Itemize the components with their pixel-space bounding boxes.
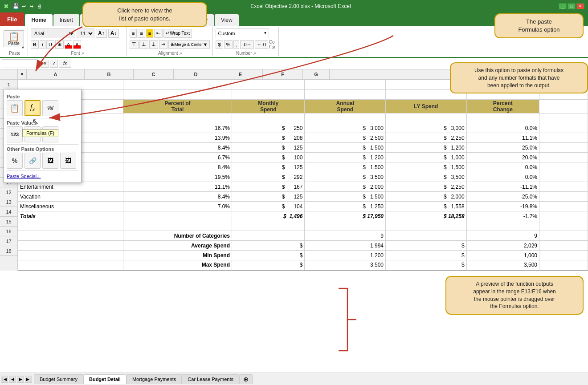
cell-e5[interactable]: $ 3,000 (386, 123, 467, 133)
cell-b15[interactable] (123, 221, 232, 231)
cell-g4[interactable] (539, 113, 588, 123)
align-right-button[interactable]: ≡ (146, 29, 153, 38)
cell-c11[interactable]: $ 167 (232, 182, 305, 192)
cell-g19[interactable] (539, 260, 588, 270)
decrease-font-button[interactable]: A↓ (108, 29, 119, 38)
cell-d6[interactable]: $ 2,500 (305, 133, 386, 143)
cell-d14[interactable]: $ 17,950 (305, 211, 386, 221)
cell-c2[interactable] (232, 90, 305, 100)
cell-d2[interactable] (305, 90, 386, 100)
cell-b19[interactable]: Max Spend (123, 260, 232, 270)
cell-f3[interactable]: PercentChange (466, 100, 539, 113)
cell-g11[interactable] (539, 182, 588, 192)
cell-d12[interactable]: $ 1,500 (305, 192, 386, 202)
paste-picture-button[interactable]: 🖼 (42, 153, 58, 169)
cell-g5[interactable] (539, 123, 588, 133)
cell-b1[interactable] (123, 80, 232, 90)
decimal-increase-button[interactable]: .0→ (240, 40, 253, 49)
cell-f19[interactable]: 3,500 (466, 260, 539, 270)
cell-e3[interactable]: LY Spend (386, 100, 467, 113)
name-box[interactable] (2, 59, 37, 68)
middle-align-button[interactable]: ⊥ (139, 40, 148, 49)
cell-f8[interactable]: 20.0% (466, 153, 539, 162)
cell-c19[interactable]: $ (232, 260, 305, 270)
cell-f13[interactable]: -19.8% (466, 202, 539, 211)
redo-icon[interactable]: ↪ (29, 4, 33, 9)
cell-b16[interactable]: Number of Categories (123, 231, 232, 241)
cell-d15[interactable] (305, 221, 386, 231)
row-num-15[interactable]: 15 (0, 217, 17, 227)
cell-e12[interactable]: $ 2,000 (386, 192, 467, 202)
next-sheet-button[interactable]: ▶ (17, 376, 24, 383)
undo-icon[interactable]: ↩ (22, 4, 26, 9)
cell-g17[interactable] (539, 241, 588, 251)
cell-g12[interactable] (539, 192, 588, 202)
cell-c14[interactable]: $ 1,496 (232, 211, 305, 221)
paste-link-button[interactable]: 🔗 (24, 153, 41, 169)
cell-f9[interactable]: 0.0% (466, 162, 539, 172)
cell-f14[interactable]: -1.7% (466, 211, 539, 221)
cell-g9[interactable] (539, 162, 588, 172)
cell-g7[interactable] (539, 143, 588, 153)
cell-f17[interactable]: 2,029 (466, 241, 539, 251)
cell-g15[interactable] (539, 221, 588, 231)
cell-b11[interactable]: 11.1% (123, 182, 232, 192)
paste-button[interactable]: 📋 Paste (4, 30, 24, 47)
sheet-tab-car-lease-payments[interactable]: Car Lease Payments (182, 374, 239, 384)
cell-c9[interactable]: $ 125 (232, 162, 305, 172)
merge-center-button[interactable]: ⊞ Merge & Center ▼ (168, 40, 210, 49)
cell-c17[interactable]: $ (232, 241, 305, 251)
italic-button[interactable]: I (40, 40, 45, 49)
cell-b7[interactable]: 8.4% (123, 143, 232, 153)
row-num-17[interactable]: 17 (0, 236, 17, 246)
save-icon[interactable]: 💾 (12, 3, 19, 9)
paste-formulas-button[interactable]: fx (24, 100, 41, 116)
cell-e8[interactable]: $ 1,000 (386, 153, 467, 162)
cell-e6[interactable]: $ 2,250 (386, 133, 467, 143)
cell-f4[interactable] (466, 113, 539, 123)
cell-c15[interactable] (232, 221, 305, 231)
cell-c12[interactable]: $ 125 (232, 192, 305, 202)
paste-special-link[interactable]: Paste Special... (7, 173, 78, 180)
row-num-14[interactable]: 14 (0, 207, 17, 217)
row-num-16[interactable]: 16 (0, 227, 17, 236)
cell-f15[interactable] (466, 221, 539, 231)
cell-e13[interactable]: $ 1,558 (386, 202, 467, 211)
increase-font-button[interactable]: A↑ (96, 29, 107, 38)
cell-e16[interactable] (386, 231, 467, 241)
row-num-1[interactable]: 1 (0, 80, 17, 89)
currency-button[interactable]: $ (216, 40, 223, 49)
cell-b18[interactable]: Min Spend (123, 251, 232, 260)
cell-c8[interactable]: $ 100 (232, 153, 305, 162)
font-color-button[interactable]: A (73, 40, 81, 49)
sheet-tab-new[interactable]: ⊕ (239, 374, 253, 384)
paste-values-button[interactable]: 123 (7, 126, 23, 142)
cell-b12[interactable]: 8.4% (123, 192, 232, 202)
cell-d9[interactable]: $ 1,500 (305, 162, 386, 172)
cell-g13[interactable] (539, 202, 588, 211)
cell-b14[interactable] (123, 211, 232, 221)
cell-a15[interactable] (18, 221, 123, 231)
font-name-select[interactable]: Arial (31, 28, 75, 38)
insert-function-button[interactable]: fx (59, 60, 71, 68)
wrap-text-button[interactable]: ↵ Wrap Text (163, 29, 192, 38)
cell-b6[interactable]: 13.9% (123, 133, 232, 143)
paste-linked-picture-button[interactable]: 🖼 (60, 153, 76, 169)
last-sheet-button[interactable]: ▶| (25, 376, 32, 383)
cell-g16[interactable] (539, 231, 588, 241)
cell-a17[interactable] (18, 241, 123, 251)
cell-g18[interactable] (539, 251, 588, 260)
cell-b2[interactable] (123, 90, 232, 100)
cell-a19[interactable] (18, 260, 123, 270)
cell-d5[interactable]: $ 3,000 (305, 123, 386, 133)
cell-a16[interactable] (18, 231, 123, 241)
cell-c7[interactable]: $ 125 (232, 143, 305, 153)
close-button[interactable]: ✕ (576, 3, 584, 9)
cell-b8[interactable]: 6.7% (123, 153, 232, 162)
top-align-button[interactable]: ⊤ (130, 40, 139, 49)
col-header-b[interactable]: B (85, 69, 134, 79)
prev-sheet-button[interactable]: ◀ (9, 376, 16, 383)
cell-d7[interactable]: $ 1,500 (305, 143, 386, 153)
cancel-formula-button[interactable]: ✕ (41, 60, 49, 68)
paste-all-button[interactable]: 📋 (7, 100, 23, 116)
